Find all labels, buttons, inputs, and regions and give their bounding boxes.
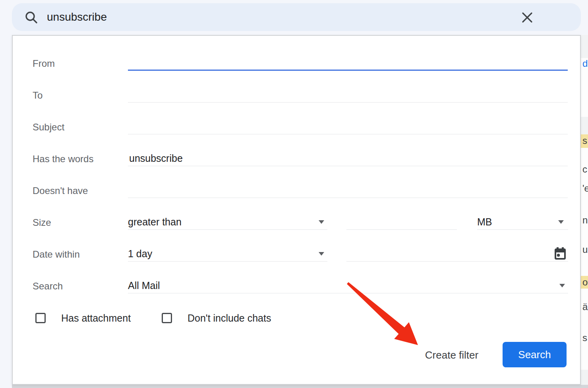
- backdrop-text-fragment: o: [582, 277, 588, 288]
- dont-include-chats-label: Don't include chats: [188, 312, 271, 324]
- background-band: [581, 370, 588, 385]
- size-comparator-select[interactable]: greater than: [128, 215, 327, 230]
- gmail-advanced-search: d s c 'e n u o ä s unsubscribe From To S…: [0, 0, 588, 388]
- size-unit-select[interactable]: MB: [477, 215, 568, 230]
- date-within-label: Date within: [33, 248, 80, 261]
- backdrop-text-fragment: u: [582, 244, 588, 255]
- subject-label: Subject: [33, 121, 64, 134]
- backdrop-text-fragment: 'e: [582, 183, 588, 194]
- from-label: From: [33, 57, 55, 70]
- doesnt-have-input[interactable]: [128, 183, 568, 198]
- size-label: Size: [33, 216, 51, 229]
- search-bar[interactable]: unsubscribe: [12, 3, 581, 31]
- subject-input[interactable]: [128, 119, 568, 134]
- backdrop-text-fragment: s: [582, 135, 587, 146]
- dont-include-chats-checkbox[interactable]: [162, 313, 172, 323]
- backdrop-text-fragment: ä: [582, 301, 588, 312]
- create-filter-button[interactable]: Create filter: [410, 348, 493, 362]
- has-words-label: Has the words: [33, 153, 93, 165]
- chevron-down-icon[interactable]: [559, 284, 565, 287]
- background-band: [581, 35, 588, 58]
- background-email-list: d s c 'e n u o ä s: [581, 35, 588, 385]
- backdrop-text-fragment: d: [582, 58, 588, 69]
- search-scope-label: Search: [33, 280, 63, 293]
- to-input[interactable]: [128, 87, 568, 103]
- background-band: [581, 117, 588, 134]
- backdrop-text-fragment: s: [582, 332, 587, 343]
- search-scope-select[interactable]: All Mail: [128, 278, 568, 293]
- background-bottom-strip: [12, 385, 588, 388]
- search-button[interactable]: Search: [503, 342, 567, 367]
- from-input[interactable]: [128, 56, 568, 71]
- chevron-down-icon[interactable]: [319, 252, 324, 256]
- calendar-icon[interactable]: [554, 247, 567, 261]
- size-amount-input[interactable]: [346, 215, 457, 230]
- has-attachment-checkbox[interactable]: [35, 313, 46, 323]
- has-attachment-label: Has attachment: [61, 312, 131, 324]
- search-icon[interactable]: [25, 11, 38, 24]
- doesnt-have-label: Doesn't have: [33, 184, 88, 197]
- search-input[interactable]: unsubscribe: [47, 3, 107, 31]
- search-filter-panel: From To Subject Has the words unsubscrib…: [12, 35, 581, 385]
- date-range-select[interactable]: 1 day: [128, 246, 327, 262]
- chevron-down-icon[interactable]: [319, 220, 324, 224]
- chevron-down-icon[interactable]: [558, 220, 564, 224]
- backdrop-text-fragment: c: [582, 164, 587, 175]
- date-input[interactable]: [346, 246, 568, 262]
- backdrop-text-fragment: n: [582, 215, 588, 226]
- has-words-input[interactable]: unsubscribe: [128, 151, 568, 166]
- to-label: To: [33, 89, 43, 102]
- close-icon[interactable]: [521, 12, 533, 23]
